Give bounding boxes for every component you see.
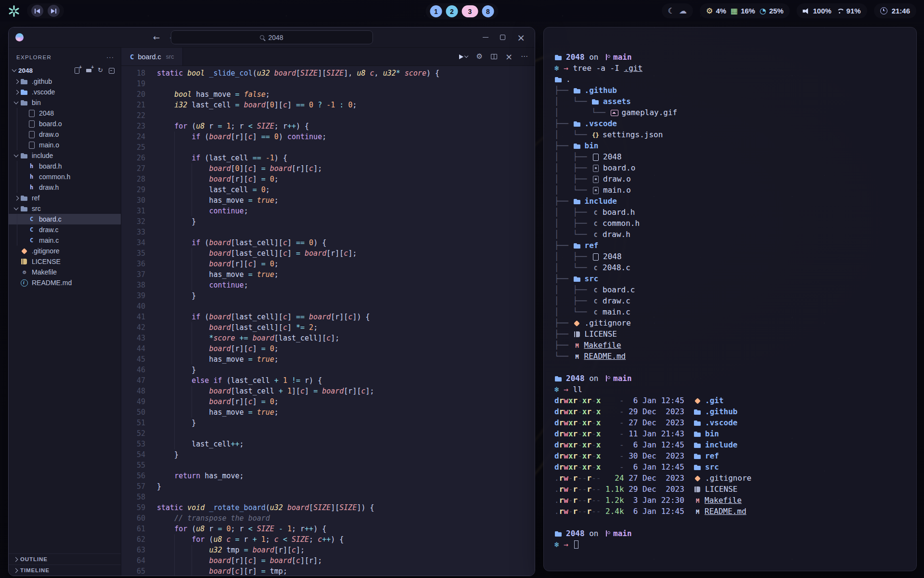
tree-item-board.c[interactable]: Cboard.c bbox=[9, 214, 121, 224]
code-line-25[interactable]: 25 bbox=[121, 142, 535, 153]
code-area[interactable]: 18static bool _slide_col(u32 board[SIZE]… bbox=[121, 66, 535, 576]
run-button[interactable] bbox=[459, 54, 468, 59]
clock-widget[interactable]: 21:46 bbox=[874, 3, 916, 18]
code-line-30[interactable]: 30 has_move = true; bbox=[121, 195, 535, 206]
code-line-35[interactable]: 35 board[last_cell][c] = board[r][c]; bbox=[121, 248, 535, 259]
tree-item-board.o[interactable]: board.o bbox=[9, 118, 121, 129]
code-line-26[interactable]: 26 if (last_cell == -1) { bbox=[121, 153, 535, 163]
weather-widget[interactable]: ☾ ☁ bbox=[662, 3, 693, 18]
project-root[interactable]: 2048 ↻ bbox=[9, 65, 121, 76]
code-line-56[interactable]: 56 return has_move; bbox=[121, 471, 535, 481]
tab-board.c[interactable]: C board.c src bbox=[121, 48, 183, 66]
code-line-41[interactable]: 41 if (board[last_cell][c] == board[r][c… bbox=[121, 312, 535, 322]
system-stats[interactable]: ⚙ 4% ▦ 16% ◔ 25% bbox=[700, 3, 790, 18]
code-line-59[interactable]: 59static void _rotate_board(u32 board[SI… bbox=[121, 502, 535, 513]
tree-item-draw.o[interactable]: draw.o bbox=[9, 129, 121, 140]
code-line-63[interactable]: 63 u32 tmp = board[r][c]; bbox=[121, 545, 535, 555]
code-line-52[interactable]: 52 bbox=[121, 428, 535, 439]
code-line-22[interactable]: 22 bbox=[121, 110, 535, 121]
tree-item-ref[interactable]: ref bbox=[9, 193, 121, 203]
terminal-window[interactable]: 2048 on main❄ → tree -a -I .git.├── .git… bbox=[543, 27, 917, 571]
workspace-8[interactable]: 8 bbox=[482, 5, 494, 17]
workspace-3[interactable]: 3 bbox=[462, 5, 478, 17]
code-line-44[interactable]: 44 board[r][c] = 0; bbox=[121, 343, 535, 354]
tree-item-board.h[interactable]: hboard.h bbox=[9, 161, 121, 171]
tree-item-.github[interactable]: .github bbox=[9, 76, 121, 87]
tree-item-main.c[interactable]: Cmain.c bbox=[9, 235, 121, 246]
code-line-23[interactable]: 23 for (u8 r = 1; r < SIZE; r++) { bbox=[121, 121, 535, 131]
outline-section[interactable]: OUTLINE bbox=[9, 553, 121, 565]
tree-item-draw.c[interactable]: Cdraw.c bbox=[9, 224, 121, 235]
settings-gear-icon[interactable]: ⚙ bbox=[476, 53, 482, 60]
command-center-search[interactable]: 2048 bbox=[171, 30, 373, 44]
code-line-45[interactable]: 45 has_move = true; bbox=[121, 354, 535, 365]
code-line-55[interactable]: 55 bbox=[121, 460, 535, 471]
code-line-46[interactable]: 46 } bbox=[121, 365, 535, 375]
code-line-62[interactable]: 62 for (u8 c = r + 1; c < SIZE; c++) { bbox=[121, 534, 535, 545]
code-line-53[interactable]: 53 last_cell++; bbox=[121, 439, 535, 449]
code-line-61[interactable]: 61 for (u8 r = 0; r < SIZE - 1; r++) { bbox=[121, 524, 535, 534]
code-line-60[interactable]: 60 // transpose the board bbox=[121, 513, 535, 524]
tree-item-.vscode[interactable]: .vscode bbox=[9, 87, 121, 97]
code-line-33[interactable]: 33 bbox=[121, 227, 535, 237]
code-line-47[interactable]: 47 else if (last_cell + 1 != r) { bbox=[121, 375, 535, 386]
code-line-48[interactable]: 48 board[last_cell + 1][c] = board[r][c]… bbox=[121, 386, 535, 396]
new-folder-icon[interactable] bbox=[86, 67, 93, 74]
code-line-54[interactable]: 54 } bbox=[121, 449, 535, 460]
code-line-31[interactable]: 31 continue; bbox=[121, 206, 535, 216]
code-line-28[interactable]: 28 board[r][c] = 0; bbox=[121, 174, 535, 184]
code-line-64[interactable]: 64 board[r][c] = board[c][r]; bbox=[121, 555, 535, 566]
code-line-32[interactable]: 32 } bbox=[121, 216, 535, 227]
code-line-65[interactable]: 65 board[c][r] = tmp; bbox=[121, 566, 535, 576]
tree-item-.gitignore[interactable]: .gitignore bbox=[9, 246, 121, 256]
workspace-1[interactable]: 1 bbox=[430, 5, 442, 17]
tree-item-LICENSE[interactable]: LICENSE bbox=[9, 256, 121, 267]
vscode-titlebar[interactable]: ← → 2048 × bbox=[9, 27, 535, 48]
tree-item-bin[interactable]: bin bbox=[9, 97, 121, 108]
code-line-58[interactable]: 58 bbox=[121, 492, 535, 502]
code-line-29[interactable]: 29 last_cell = 0; bbox=[121, 184, 535, 195]
workspace-2[interactable]: 2 bbox=[446, 5, 458, 17]
timeline-section[interactable]: TIMELINE bbox=[9, 565, 121, 576]
code-line-43[interactable]: 43 *score += board[last_cell][c]; bbox=[121, 333, 535, 343]
split-editor-icon[interactable] bbox=[491, 54, 497, 59]
minimize-button[interactable] bbox=[483, 33, 488, 42]
code-line-50[interactable]: 50 has_move = true; bbox=[121, 407, 535, 418]
code-line-39[interactable]: 39 } bbox=[121, 290, 535, 301]
code-line-49[interactable]: 49 board[r][c] = 0; bbox=[121, 396, 535, 407]
tree-item-src[interactable]: src bbox=[9, 203, 121, 214]
more-actions-icon[interactable]: ⋯ bbox=[521, 53, 528, 60]
refresh-icon[interactable]: ↻ bbox=[98, 67, 103, 74]
new-file-icon[interactable] bbox=[74, 67, 81, 74]
tree-item-common.h[interactable]: hcommon.h bbox=[9, 171, 121, 182]
code-line-51[interactable]: 51 } bbox=[121, 418, 535, 428]
code-line-20[interactable]: 20 bool has_move = false; bbox=[121, 89, 535, 100]
code-line-40[interactable]: 40 bbox=[121, 301, 535, 312]
tree-item-draw.h[interactable]: hdraw.h bbox=[9, 182, 121, 193]
tree-item-main.o[interactable]: main.o bbox=[9, 140, 121, 150]
tree-item-include[interactable]: include bbox=[9, 150, 121, 161]
code-line-42[interactable]: 42 board[last_cell][c] *= 2; bbox=[121, 322, 535, 333]
nav-back-button[interactable]: ← bbox=[153, 33, 160, 42]
code-line-19[interactable]: 19 bbox=[121, 79, 535, 89]
code-line-36[interactable]: 36 board[r][c] = 0; bbox=[121, 259, 535, 269]
code-line-34[interactable]: 34 if (board[last_cell][c] == 0) { bbox=[121, 237, 535, 248]
distro-logo-icon[interactable] bbox=[8, 5, 20, 17]
media-next-button[interactable] bbox=[48, 5, 60, 17]
audio-network-widget[interactable]: 100% 91% bbox=[796, 3, 867, 18]
code-line-57[interactable]: 57} bbox=[121, 481, 535, 492]
code-line-18[interactable]: 18static bool _slide_col(u32 board[SIZE]… bbox=[121, 68, 535, 79]
tree-item-2048[interactable]: 2048 bbox=[9, 108, 121, 118]
explorer-more-icon[interactable]: ··· bbox=[106, 53, 114, 61]
media-prev-button[interactable] bbox=[31, 5, 43, 17]
code-line-37[interactable]: 37 has_move = true; bbox=[121, 269, 535, 280]
code-line-24[interactable]: 24 if (board[r][c] == 0) continue; bbox=[121, 131, 535, 142]
tree-item-README.md[interactable]: README.md bbox=[9, 277, 121, 288]
code-line-38[interactable]: 38 continue; bbox=[121, 280, 535, 290]
code-line-21[interactable]: 21 i32 last_cell = board[0][c] == 0 ? -1… bbox=[121, 100, 535, 110]
maximize-button[interactable] bbox=[500, 33, 505, 42]
close-window-button[interactable]: × bbox=[517, 33, 525, 42]
tree-item-Makefile[interactable]: ⚙Makefile bbox=[9, 267, 121, 277]
close-editor-icon[interactable]: × bbox=[505, 53, 513, 61]
collapse-all-icon[interactable] bbox=[108, 67, 115, 74]
